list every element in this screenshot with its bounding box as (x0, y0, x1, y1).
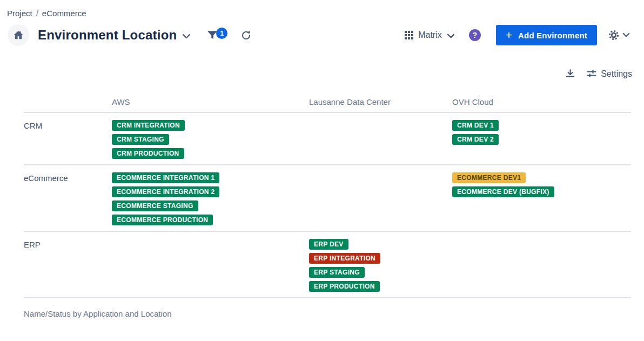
view-switcher-label: Matrix (418, 30, 442, 40)
environment-matrix-page: Project / eCommerce Environment Location… (0, 0, 644, 341)
corner-cell (24, 97, 112, 106)
grid-view-icon (405, 31, 413, 39)
matrix-toolbar: Settings (0, 69, 632, 79)
matrix-caption: Name/Status by Application and Location (24, 309, 644, 318)
header-actions: Matrix ? + Add Environment (405, 25, 630, 45)
matrix-header-row: AWS Lausanne Data Center OVH Cloud (24, 96, 631, 113)
export-download-button[interactable] (565, 69, 575, 79)
help-button[interactable]: ? (469, 29, 481, 41)
matrix-row: eCommerceECOMMERCE INTEGRATION 1ECOMMERC… (24, 165, 631, 232)
chevron-down-icon (622, 32, 630, 38)
matrix-cell (309, 120, 452, 159)
header-bar: Environment Location 1 (8, 23, 630, 47)
column-header-aws: AWS (112, 97, 309, 106)
environment-badge[interactable]: CRM STAGING (112, 134, 169, 145)
sliders-icon (586, 69, 597, 79)
chevron-down-icon (447, 34, 455, 39)
breadcrumb-ecommerce-link[interactable]: eCommerce (42, 9, 86, 18)
dashboard-title-dropdown[interactable]: Environment Location (38, 28, 191, 43)
environment-badge[interactable]: CRM PRODUCTION (112, 148, 184, 159)
row-label-erp: ERP (24, 239, 112, 292)
matrix-cell (452, 239, 631, 292)
matrix-body: CRMCRM INTEGRATIONCRM STAGINGCRM PRODUCT… (24, 113, 631, 298)
environment-badge[interactable]: CRM INTEGRATION (112, 120, 185, 131)
matrix-cell: ECOMMERCE INTEGRATION 1ECOMMERCE INTEGRA… (112, 172, 309, 225)
question-mark-icon: ? (472, 31, 477, 39)
settings-gear-menu[interactable] (608, 29, 630, 41)
add-environment-label: Add Environment (518, 31, 587, 40)
matrix-cell: CRM INTEGRATIONCRM STAGINGCRM PRODUCTION (112, 120, 309, 159)
refresh-button[interactable] (240, 30, 252, 41)
environment-badge[interactable]: CRM DEV 1 (452, 120, 499, 131)
environment-badge[interactable]: ECOMMERCE INTEGRATION 2 (112, 186, 219, 197)
filter-button[interactable]: 1 (206, 29, 227, 42)
matrix-row: CRMCRM INTEGRATIONCRM STAGINGCRM PRODUCT… (24, 113, 631, 165)
environment-badge[interactable]: ERP PRODUCTION (309, 281, 380, 292)
refresh-icon (240, 30, 252, 41)
breadcrumb: Project / eCommerce (0, 0, 644, 18)
environment-badge[interactable]: ECOMMERCE DEV1 (452, 172, 526, 183)
home-icon (12, 29, 24, 41)
environment-matrix: AWS Lausanne Data Center OVH Cloud CRMCR… (24, 96, 631, 298)
environment-badge[interactable]: CRM DEV 2 (452, 134, 499, 145)
breadcrumb-project-link[interactable]: Project (7, 9, 32, 18)
add-environment-button[interactable]: + Add Environment (496, 25, 597, 45)
gear-icon (608, 29, 620, 41)
row-label-crm: CRM (24, 120, 112, 159)
filter-count-badge: 1 (216, 28, 227, 39)
column-header-ovh: OVH Cloud (452, 97, 631, 106)
column-header-lausanne: Lausanne Data Center (309, 97, 452, 106)
environment-badge[interactable]: ECOMMERCE PRODUCTION (112, 215, 213, 225)
environment-badge[interactable]: ERP STAGING (309, 267, 365, 278)
home-button[interactable] (8, 24, 29, 46)
view-switcher-matrix[interactable]: Matrix (405, 30, 455, 40)
settings-button[interactable]: Settings (586, 69, 632, 79)
environment-badge[interactable]: ECOMMERCE DEV (BUGFIX) (452, 186, 554, 197)
environment-badge[interactable]: ERP DEV (309, 239, 348, 250)
matrix-cell: ERP DEVERP INTEGRATIONERP STAGINGERP PRO… (309, 239, 452, 292)
environment-badge[interactable]: ECOMMERCE INTEGRATION 1 (112, 172, 219, 183)
matrix-cell (309, 172, 452, 225)
environment-badge[interactable]: ECOMMERCE STAGING (112, 200, 198, 211)
row-label-ecommerce: eCommerce (24, 172, 112, 225)
matrix-row: ERPERP DEVERP INTEGRATIONERP STAGINGERP … (24, 232, 631, 298)
download-icon (565, 69, 575, 79)
breadcrumb-separator: / (36, 9, 38, 18)
matrix-cell: CRM DEV 1CRM DEV 2 (452, 120, 631, 159)
environment-badge[interactable]: ERP INTEGRATION (309, 253, 380, 264)
page-title: Environment Location (38, 28, 177, 43)
matrix-cell (112, 239, 309, 292)
chevron-down-icon (182, 34, 191, 39)
matrix-cell: ECOMMERCE DEV1ECOMMERCE DEV (BUGFIX) (452, 172, 631, 225)
settings-label: Settings (601, 69, 632, 79)
plus-icon: + (506, 29, 512, 41)
